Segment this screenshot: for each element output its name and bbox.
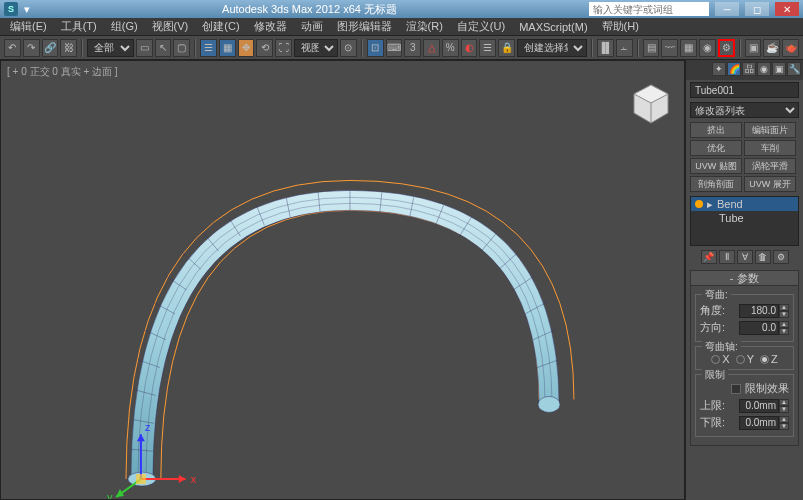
menu-bar: 编辑(E) 工具(T) 组(G) 视图(V) 创建(C) 修改器 动画 图形编辑… [0,18,803,36]
svg-text:y: y [107,491,113,499]
select-rect-icon[interactable]: ▢ [173,39,190,57]
configure-icon[interactable]: ⚙ [773,250,789,264]
menu-maxscript[interactable]: MAXScript(M) [513,19,593,35]
tab-utilities[interactable]: 🔧 [787,62,801,76]
render-frame-icon[interactable]: ▣ [745,39,762,57]
move-icon[interactable]: ✥ [238,39,255,57]
schematic-icon[interactable]: ▦ [680,39,697,57]
layer-icon[interactable]: ▦ [219,39,236,57]
tab-create[interactable]: ✦ [712,62,726,76]
tab-motion[interactable]: ◉ [757,62,771,76]
group-bend-label: 弯曲: [702,288,731,302]
stack-item-bend[interactable]: ▸Bend [691,197,798,211]
angle-spinner[interactable]: 180.0 ▲▼ [739,304,789,318]
menu-help[interactable]: 帮助(H) [596,17,645,36]
btn-chamfer[interactable]: 剖角剖面 [690,176,742,192]
menu-modifiers[interactable]: 修改器 [248,17,293,36]
tab-display[interactable]: ▣ [772,62,786,76]
group-limit-label: 限制 [702,368,728,382]
axis-x-radio[interactable]: X [711,353,729,365]
btn-optimize[interactable]: 优化 [690,140,742,156]
layer-mgr-icon[interactable]: ▤ [643,39,660,57]
title-bar: S ▾ Autodesk 3ds Max 2012 x64 无标题 ─ ◻ ✕ [0,0,803,18]
mirror-icon[interactable]: ▐▌ [597,39,614,57]
btn-editpatch[interactable]: 编辑面片 [744,122,796,138]
pin-stack-icon[interactable]: 📌 [701,250,717,264]
tab-modify[interactable]: 🌈 [727,62,741,76]
modifier-list[interactable]: 修改器列表 [690,102,799,118]
menu-animation[interactable]: 动画 [295,17,329,36]
svg-point-27 [538,396,560,412]
svg-text:z: z [145,421,151,433]
stack-item-tube[interactable]: Tube [691,211,798,225]
svg-rect-37 [136,474,146,484]
select-manipulate-icon[interactable]: ⊡ [367,39,384,57]
btn-uvwunwrap[interactable]: UVW 展开 [744,176,796,192]
direction-label: 方向: [700,320,725,335]
btn-lathe[interactable]: 车削 [744,140,796,156]
curve-editor-icon[interactable]: 〰 [661,39,678,57]
render-setup-icon[interactable]: ⚙ [718,39,735,57]
close-button[interactable]: ✕ [775,2,799,16]
menu-edit[interactable]: 编辑(E) [4,17,53,36]
edit-named-icon[interactable]: ☰ [479,39,496,57]
menu-view[interactable]: 视图(V) [146,17,195,36]
snap-toggle-icon[interactable]: 3 [404,39,421,57]
keyboard-icon[interactable]: ⌨ [386,39,403,57]
command-panel: ✦ 🌈 品 ◉ ▣ 🔧 Tube001 修改器列表 挤出 编辑面片 优化 车削 … [685,60,803,500]
remove-mod-icon[interactable]: 🗑 [755,250,771,264]
undo-icon[interactable]: ↶ [4,39,21,57]
select-icon[interactable]: ▭ [136,39,153,57]
percent-snap-icon[interactable]: % [442,39,459,57]
upper-spinner[interactable]: 0.0mm ▲▼ [739,399,789,413]
unlink-icon[interactable]: ⛓ [60,39,77,57]
align-icon[interactable]: ⫠ [616,39,633,57]
selection-filter[interactable]: 全部 [87,39,134,57]
axis-z-radio[interactable]: Z [760,353,778,365]
rotate-icon[interactable]: ⟲ [256,39,273,57]
menu-tools[interactable]: 工具(T) [55,17,103,36]
menu-render[interactable]: 渲染(R) [400,17,449,36]
unique-icon[interactable]: ∀ [737,250,753,264]
menu-customize[interactable]: 自定义(U) [451,17,511,36]
main-toolbar: ↶ ↷ 🔗 ⛓ 全部 ▭ ↖ ▢ ☰ ▦ ✥ ⟲ ⛶ 视图 ⊙ ⊡ ⌨ 3 △ … [0,36,803,60]
rollout-parameters[interactable]: -参数 [690,270,799,286]
show-result-icon[interactable]: Ⅱ [719,250,735,264]
lock-icon[interactable]: 🔒 [498,39,515,57]
select-arrow-icon[interactable]: ↖ [155,39,172,57]
pivot-icon[interactable]: ⊙ [340,39,357,57]
bulb-icon[interactable] [695,200,703,208]
search-input[interactable] [589,2,709,16]
lower-spinner[interactable]: 0.0mm ▲▼ [739,416,789,430]
window-title: Autodesk 3ds Max 2012 x64 无标题 [36,2,583,17]
material-editor-icon[interactable]: ◉ [699,39,716,57]
spinner-snap-icon[interactable]: ◐ [461,39,478,57]
redo-icon[interactable]: ↷ [23,39,40,57]
link-icon[interactable]: 🔗 [42,39,59,57]
manage-icon[interactable]: ☰ [200,39,217,57]
btn-extrude[interactable]: 挤出 [690,122,742,138]
viewcube[interactable] [628,81,674,127]
angle-snap-icon[interactable]: △ [423,39,440,57]
scale-icon[interactable]: ⛶ [275,39,292,57]
direction-spinner[interactable]: 0.0 ▲▼ [739,321,789,335]
modifier-stack[interactable]: ▸Bend Tube [690,196,799,246]
menu-graph[interactable]: 图形编辑器 [331,17,398,36]
maximize-button[interactable]: ◻ [745,2,769,16]
minimize-button[interactable]: ─ [715,2,739,16]
named-sel-set[interactable]: 创建选择集 [517,39,587,57]
object-name-field[interactable]: Tube001 [690,82,799,98]
axis-y-radio[interactable]: Y [736,353,754,365]
menu-group[interactable]: 组(G) [105,17,144,36]
limit-effect-checkbox[interactable]: 限制效果 [700,381,789,396]
render-iter-icon[interactable]: 🫖 [782,39,799,57]
menu-create[interactable]: 创建(C) [196,17,245,36]
app-icon: S [4,2,18,16]
btn-turbosmooth[interactable]: 涡轮平滑 [744,158,796,174]
render-prod-icon[interactable]: ☕ [763,39,780,57]
angle-label: 角度: [700,303,725,318]
viewport[interactable]: [ + 0 正交 0 真实 + 边面 ] [0,60,685,500]
btn-uvwmap[interactable]: UVW 贴图 [690,158,742,174]
tab-hierarchy[interactable]: 品 [742,62,756,76]
ref-coord-sel[interactable]: 视图 [294,39,338,57]
